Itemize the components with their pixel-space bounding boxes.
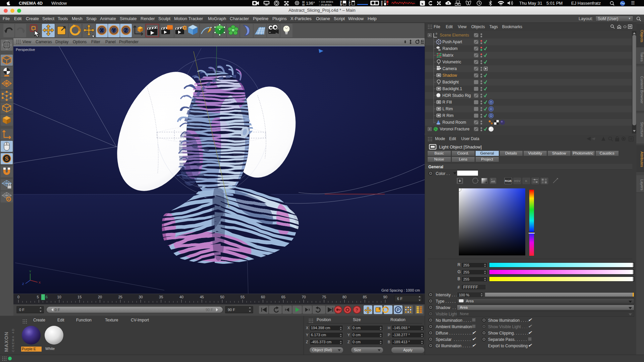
svg-text:S: S: [5, 156, 9, 162]
svg-text:Z: Z: [124, 27, 127, 34]
svg-text:0 F: 0 F: [55, 308, 60, 312]
svg-text:Voronoi Fracture: Voronoi Fracture: [440, 127, 470, 131]
svg-text:90 F: 90 F: [228, 308, 235, 312]
svg-text:45: 45: [200, 295, 204, 299]
svg-text:Matrix: Matrix: [442, 53, 453, 58]
svg-text:90 F: 90 F: [206, 308, 213, 312]
svg-text:Scene Elements: Scene Elements: [440, 33, 469, 38]
svg-text:65: 65: [281, 295, 285, 299]
svg-text:Perspective: Perspective: [16, 48, 35, 52]
svg-text:80: 80: [342, 295, 346, 299]
svg-text:30: 30: [139, 295, 143, 299]
svg-text:K: K: [525, 179, 528, 183]
svg-text:X: X: [39, 281, 41, 284]
svg-text:10: 10: [57, 295, 61, 299]
svg-text:6 F: 6 F: [397, 297, 402, 301]
svg-text:Y: Y: [29, 270, 31, 273]
svg-text:0: 0: [17, 295, 19, 299]
svg-text:Backlight.1: Backlight.1: [442, 86, 462, 91]
svg-text:X: X: [100, 27, 104, 34]
svg-text:40: 40: [179, 295, 183, 299]
svg-text:90: 90: [383, 295, 387, 299]
svg-text:85: 85: [363, 295, 367, 299]
svg-text:55: 55: [240, 295, 245, 299]
svg-text:?: ?: [356, 307, 358, 312]
svg-text:75: 75: [322, 295, 326, 299]
svg-text:20: 20: [98, 295, 102, 299]
svg-text:25: 25: [118, 295, 122, 299]
svg-text:Shadow: Shadow: [442, 73, 457, 78]
svg-text:6: 6: [46, 295, 48, 299]
svg-text:L Rim: L Rim: [442, 107, 453, 111]
svg-text:15: 15: [77, 295, 82, 299]
svg-text:P: P: [397, 307, 400, 312]
svg-text:0: 0: [436, 32, 437, 35]
svg-text:HDR Studio Rig: HDR Studio Rig: [442, 93, 471, 98]
svg-text:Random: Random: [442, 46, 458, 51]
svg-text:Y: Y: [112, 27, 116, 34]
svg-text:70: 70: [302, 295, 306, 299]
svg-text:5: 5: [37, 295, 39, 299]
svg-text:RGB: RGB: [505, 179, 512, 183]
svg-text:0 F: 0 F: [19, 308, 24, 312]
svg-text:50: 50: [220, 295, 224, 299]
svg-text:35: 35: [159, 295, 163, 299]
svg-text:R FIll: R FIll: [442, 100, 452, 105]
svg-text:Round Room: Round Room: [442, 120, 466, 125]
svg-text:Push Apart: Push Apart: [442, 40, 462, 44]
svg-text:Grid Spacing : 1000 cm: Grid Spacing : 1000 cm: [381, 288, 420, 292]
svg-text:Volumetric: Volumetric: [442, 60, 461, 64]
svg-text:R Rim: R Rim: [442, 113, 453, 118]
svg-text:60: 60: [261, 295, 265, 299]
svg-text:Camera: Camera: [442, 66, 457, 71]
svg-text:HSV: HSV: [514, 179, 521, 183]
svg-text:Z: Z: [22, 282, 24, 286]
svg-text:Backlight: Backlight: [442, 80, 459, 84]
